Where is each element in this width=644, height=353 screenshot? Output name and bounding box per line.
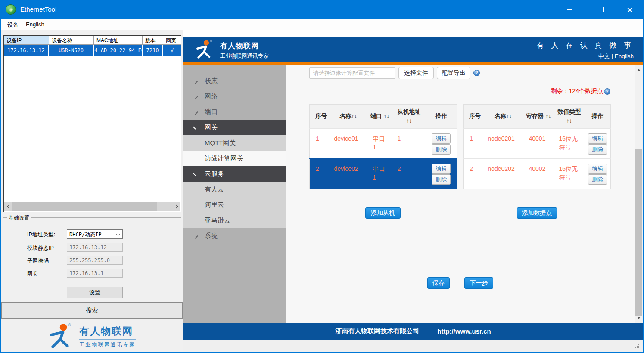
- maximize-button[interactable]: [591, 0, 610, 19]
- sidebar-item-cloud-service[interactable]: 云服务: [183, 166, 286, 182]
- col-web: 网页: [163, 36, 181, 45]
- resize-grip-icon[interactable]: [634, 343, 640, 349]
- sort-icon: ↑↓: [384, 113, 390, 119]
- horizontal-scroll-thumb[interactable]: [12, 202, 157, 211]
- slave-row-1[interactable]: 1 device01 串口1 1 编辑 删除: [310, 129, 457, 159]
- app-icon: [6, 4, 16, 15]
- device-ip: 172.16.13.12: [4, 45, 49, 56]
- sidebar-item-system[interactable]: 系统: [183, 228, 286, 244]
- close-button[interactable]: ×: [620, 0, 640, 19]
- node-col-type[interactable]: 数值类型↑↓: [554, 105, 585, 129]
- slave-col-addr[interactable]: 从机地址 ↑↓: [392, 105, 426, 129]
- edit-button[interactable]: 编辑: [432, 133, 451, 144]
- chevron-right-icon: [193, 78, 198, 84]
- slave-col-name[interactable]: 名称↑↓: [329, 105, 368, 129]
- menu-bar: 设备 English: [1, 19, 643, 30]
- vertical-scroll-thumb[interactable]: [635, 149, 642, 316]
- delete-button[interactable]: 删除: [588, 174, 607, 185]
- web-slogan-text: 工业物联网通讯专家: [220, 53, 269, 60]
- footer-url[interactable]: http://www.usr.cn: [437, 328, 491, 335]
- choose-file-button[interactable]: 选择文件: [398, 67, 434, 79]
- node-col-ops: 操作: [585, 105, 611, 129]
- device-web-check-icon[interactable]: √: [163, 45, 181, 56]
- minimize-button[interactable]: [560, 0, 579, 19]
- node-col-register[interactable]: 寄存器 ↑↓: [524, 105, 554, 129]
- col-mac: MAC地址: [94, 36, 143, 45]
- minimize-icon: [567, 9, 572, 10]
- slave-row-2[interactable]: 2 device02 串口1 2 编辑 删除: [310, 159, 457, 189]
- sidebar-item-amazon-cloud[interactable]: 亚马逊云: [183, 213, 286, 228]
- usr-running-man-icon: ®: [48, 323, 75, 350]
- web-header: ® 有人物联网 工业物联网通讯专家 有 人 在 认 真 做 事 中文 | Eng…: [183, 37, 643, 62]
- sidebar-item-status[interactable]: 状态: [183, 73, 286, 89]
- node-row-2[interactable]: 2 node0202 40002 16位无符号 编辑 删除: [464, 159, 611, 189]
- vertical-scrollbar[interactable]: [635, 65, 643, 323]
- slave-col-port[interactable]: 端口 ↑↓: [368, 105, 392, 129]
- title-bar: EthernetTool ×: [0, 0, 644, 19]
- add-slave-button[interactable]: 添加从机: [365, 207, 401, 219]
- edit-button[interactable]: 编辑: [432, 164, 451, 174]
- horizontal-scrollbar[interactable]: [4, 202, 180, 211]
- basic-settings-title: 基础设置: [7, 214, 31, 222]
- sort-icon: ↑↓: [566, 118, 572, 124]
- delete-button[interactable]: 删除: [432, 144, 451, 155]
- sidebar-item-network[interactable]: 网络: [183, 89, 286, 104]
- chevron-right-icon: [193, 109, 198, 115]
- add-datapoint-button[interactable]: 添加数据点: [517, 207, 557, 219]
- sidebar-item-port[interactable]: 端口: [183, 104, 286, 120]
- export-config-button[interactable]: 配置导出: [437, 67, 470, 79]
- chevron-down-icon: [193, 170, 198, 176]
- scroll-left-arrow-icon[interactable]: [4, 202, 12, 211]
- remaining-text: 剩余：124个数据点: [551, 87, 603, 95]
- search-button[interactable]: 搜索: [1, 302, 183, 319]
- chevron-right-icon: [193, 233, 198, 239]
- slave-col-no: 序号: [310, 105, 329, 129]
- edit-button[interactable]: 编辑: [588, 164, 607, 174]
- device-list-header: 设备IP 设备名称 MAC地址 版本 网页: [4, 36, 181, 45]
- sidebar-item-ali-cloud[interactable]: 阿里云: [183, 197, 286, 213]
- static-ip-field: 172.16.13.12: [67, 243, 123, 252]
- sidebar-item-edge-gateway[interactable]: 边缘计算网关: [183, 151, 286, 166]
- lang-english-link[interactable]: English: [615, 53, 634, 59]
- remaining-datapoints: 剩余：124个数据点 ?: [551, 87, 610, 95]
- delete-button[interactable]: 删除: [588, 144, 607, 155]
- sort-icon: ↑↓: [406, 118, 412, 124]
- save-button[interactable]: 保存: [427, 277, 450, 289]
- device-list: 设备IP 设备名称 MAC地址 版本 网页 172.16.13.12 USR-N…: [3, 35, 181, 212]
- node-row-1[interactable]: 1 node0201 40001 16位无符号 编辑 删除: [464, 129, 611, 159]
- usr-running-man-icon-white: ®: [195, 40, 215, 59]
- scroll-down-arrow-icon[interactable]: [637, 317, 641, 319]
- next-step-button[interactable]: 下一步: [464, 277, 493, 289]
- menu-english[interactable]: English: [23, 21, 47, 28]
- scroll-up-arrow-icon[interactable]: [637, 69, 641, 71]
- chevron-right-icon: [193, 94, 198, 99]
- sort-icon: ↑↓: [545, 113, 551, 119]
- device-mac: D4 AD 20 22 94 F0: [94, 45, 143, 56]
- gateway-field: 172.16.13.1: [67, 269, 123, 278]
- window-border-left: [0, 0, 1, 353]
- menu-device[interactable]: 设备: [5, 21, 21, 29]
- sidebar-item-gateway[interactable]: 网关: [183, 120, 286, 135]
- scroll-right-arrow-icon[interactable]: [173, 202, 180, 211]
- help-icon[interactable]: ?: [604, 88, 610, 95]
- device-version: 7210: [143, 45, 163, 56]
- ip-type-select[interactable]: DHCP/动态IP: [67, 229, 123, 239]
- chevron-down-icon: [116, 232, 120, 236]
- help-icon[interactable]: ?: [473, 70, 480, 76]
- usr-slogan-text: 工业物联网通讯专家: [79, 339, 136, 348]
- sidebar-item-mqtt-gateway[interactable]: MQTT网关: [183, 135, 286, 151]
- delete-button[interactable]: 删除: [432, 174, 451, 185]
- config-file-input[interactable]: [309, 67, 395, 79]
- node-col-name[interactable]: 名称↑↓: [483, 105, 524, 129]
- edit-button[interactable]: 编辑: [588, 133, 607, 144]
- left-panel: 设备IP 设备名称 MAC地址 版本 网页 172.16.13.12 USR-N…: [1, 30, 183, 352]
- slave-col-ops: 操作: [426, 105, 457, 129]
- web-sidebar: 状态 网络 端口 网关 MQTT网关 边缘计算网关 云服务: [183, 65, 286, 323]
- set-button[interactable]: 设置: [67, 287, 123, 298]
- device-row[interactable]: 172.16.13.12 USR-N520 D4 AD 20 22 94 F0 …: [4, 45, 181, 56]
- lang-chinese-link[interactable]: 中文: [598, 53, 610, 59]
- ip-type-label: IP地址类型:: [27, 231, 55, 238]
- footer-company: 济南有人物联网技术有限公司: [335, 327, 419, 335]
- sidebar-item-usr-cloud[interactable]: 有人云: [183, 182, 286, 197]
- usr-brand-text: 有人物联网: [79, 325, 136, 338]
